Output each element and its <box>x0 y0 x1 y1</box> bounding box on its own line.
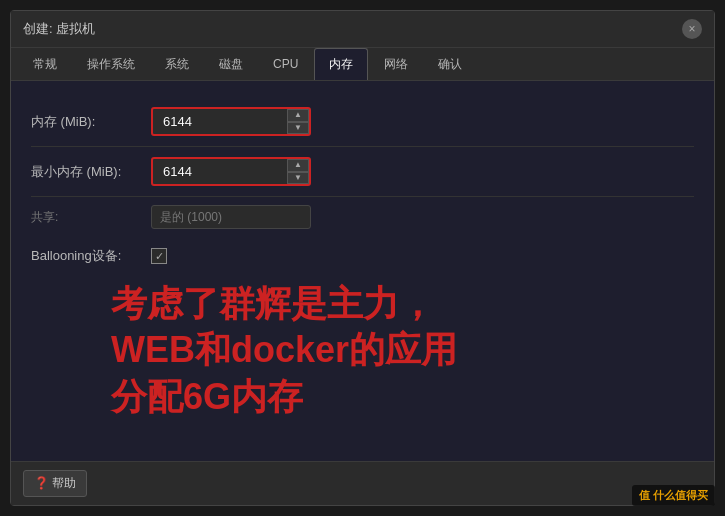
memory-input-wrap: ▲ ▼ <box>151 107 311 136</box>
memory-label: 内存 (MiB): <box>31 113 151 131</box>
tab-confirm[interactable]: 确认 <box>424 49 476 80</box>
tab-system[interactable]: 系统 <box>151 49 203 80</box>
ballooning-checkbox[interactable]: ✓ <box>151 248 167 264</box>
memory-min-spinner: ▲ ▼ <box>287 159 309 184</box>
memory-min-spin-up[interactable]: ▲ <box>287 159 309 172</box>
annotation-line3: 分配6G内存 <box>111 376 303 417</box>
dialog-window: 创建: 虚拟机 × 常规 操作系统 系统 磁盘 CPU 内存 网络 确认 内存 … <box>10 10 715 506</box>
dialog-title: 创建: 虚拟机 <box>23 20 95 38</box>
ballooning-label: Ballooning设备: <box>31 247 151 265</box>
watermark: 值 什么值得买 <box>632 485 715 506</box>
memory-min-spin-down[interactable]: ▼ <box>287 172 309 185</box>
memory-min-label: 最小内存 (MiB): <box>31 163 151 181</box>
memory-row: 内存 (MiB): ▲ ▼ <box>31 97 694 147</box>
tab-cpu[interactable]: CPU <box>259 50 312 78</box>
shared-row: 共享: <box>31 197 694 237</box>
memory-min-input-wrap: ▲ ▼ <box>151 157 311 186</box>
memory-min-row: 最小内存 (MiB): ▲ ▼ <box>31 147 694 197</box>
memory-spin-down[interactable]: ▼ <box>287 122 309 135</box>
tab-memory[interactable]: 内存 <box>314 48 368 80</box>
annotation-text: 考虑了群辉是主力， WEB和docker的应用 分配6G内存 <box>111 281 694 421</box>
title-bar: 创建: 虚拟机 × <box>11 11 714 48</box>
checkbox-checkmark: ✓ <box>155 250 164 263</box>
help-button[interactable]: ❓ 帮助 <box>23 470 87 497</box>
ballooning-row: Ballooning设备: ✓ <box>31 237 694 275</box>
tab-network[interactable]: 网络 <box>370 49 422 80</box>
shared-label: 共享: <box>31 209 151 226</box>
content-area: 内存 (MiB): ▲ ▼ 最小内存 (MiB): ▲ ▼ 共享: <box>11 81 714 461</box>
annotation-overlay: 考虑了群辉是主力， WEB和docker的应用 分配6G内存 <box>111 281 694 421</box>
annotation-line1: 考虑了群辉是主力， <box>111 283 435 324</box>
footer-bar: ❓ 帮助 <box>11 461 714 505</box>
tab-disk[interactable]: 磁盘 <box>205 49 257 80</box>
annotation-line2: WEB和docker的应用 <box>111 329 457 370</box>
memory-spinner: ▲ ▼ <box>287 109 309 134</box>
memory-spin-up[interactable]: ▲ <box>287 109 309 122</box>
tab-os[interactable]: 操作系统 <box>73 49 149 80</box>
tab-bar: 常规 操作系统 系统 磁盘 CPU 内存 网络 确认 <box>11 48 714 81</box>
close-button[interactable]: × <box>682 19 702 39</box>
tab-general[interactable]: 常规 <box>19 49 71 80</box>
shared-input[interactable] <box>151 205 311 229</box>
